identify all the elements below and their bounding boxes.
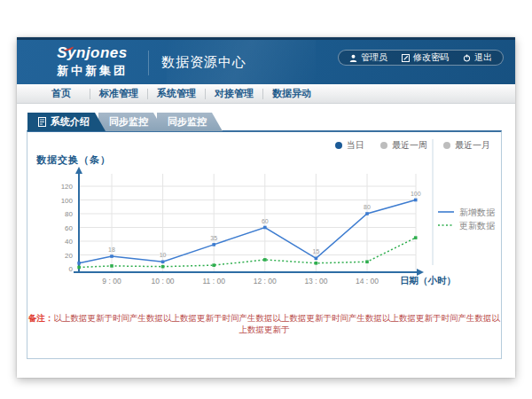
- svg-text:9 : 00: 9 : 00: [102, 277, 121, 286]
- logout-label: 退出: [474, 51, 492, 64]
- svg-text:35: 35: [210, 235, 217, 241]
- svg-text:11 : 00: 11 : 00: [203, 277, 226, 286]
- svg-text:10: 10: [160, 252, 167, 258]
- page-title: 数据资源中心: [161, 54, 246, 71]
- chart-panel: 当日 最近一周 最近一月 数据交换（条） 0204060801001209 : …: [27, 130, 502, 359]
- app-header: Synjones 新中新集团 数据资源中心 管理员 修改密码: [17, 40, 515, 84]
- main-nav: 首页 标准管理 系统管理 对接管理 数据异动: [17, 84, 515, 104]
- change-password-button[interactable]: 修改密码: [402, 51, 449, 64]
- footnote-prefix: 备注：: [28, 313, 54, 323]
- svg-text:80: 80: [364, 204, 371, 210]
- tab-sync-monitor-2[interactable]: 同步监控: [157, 113, 223, 131]
- company-logo: Synjones 新中新集团: [43, 44, 141, 79]
- app-window: Synjones 新中新集团 数据资源中心 管理员 修改密码: [17, 37, 515, 378]
- svg-text:100: 100: [411, 191, 421, 197]
- nav-item-data-change[interactable]: 数据异动: [263, 87, 320, 100]
- change-password-label: 修改密码: [413, 51, 449, 64]
- svg-text:新增数据: 新增数据: [459, 207, 496, 217]
- svg-text:60: 60: [65, 224, 73, 232]
- tab-label: 同步监控: [109, 115, 148, 129]
- svg-text:10 : 00: 10 : 00: [152, 277, 175, 286]
- tab-label: 同步监控: [168, 115, 207, 129]
- svg-text:60: 60: [262, 218, 269, 224]
- svg-text:12 : 00: 12 : 00: [254, 277, 277, 286]
- edit-icon: [402, 54, 410, 62]
- power-icon: [463, 54, 471, 62]
- tab-bar: 系统介绍 同步监控 同步监控: [27, 113, 215, 131]
- nav-item-interface-mgmt[interactable]: 对接管理: [206, 87, 262, 100]
- svg-text:更新数据: 更新数据: [459, 221, 496, 231]
- nav-item-home[interactable]: 首页: [33, 87, 90, 100]
- svg-text:14 : 00: 14 : 00: [356, 277, 379, 286]
- document-icon: [38, 117, 46, 127]
- footnote-text: 以上数据更新于时间产生数据以上数据更新于时间产生数据以上数据更新于时间产生数据以…: [54, 313, 501, 334]
- svg-text:80: 80: [65, 210, 73, 218]
- content-area: 系统介绍 同步监控 同步监控 当日 最近一周: [17, 105, 515, 378]
- nav-item-system-mgmt[interactable]: 系统管理: [148, 87, 205, 100]
- svg-text:20: 20: [65, 252, 73, 260]
- svg-text:120: 120: [61, 183, 74, 191]
- logo-text: Synjones: [43, 44, 141, 62]
- header-divider: [148, 51, 149, 75]
- tab-system-intro[interactable]: 系统介绍: [27, 113, 106, 131]
- user-toolbar: 管理员 修改密码 退出: [338, 50, 504, 66]
- svg-text:100: 100: [61, 197, 74, 205]
- svg-text:日期（小时）: 日期（小时）: [400, 275, 456, 286]
- footnote: 备注：以上数据更新于时间产生数据以上数据更新于时间产生数据以上数据更新于时间产生…: [27, 313, 501, 336]
- logout-button[interactable]: 退出: [463, 51, 492, 64]
- svg-text:0: 0: [69, 265, 74, 273]
- svg-text:18: 18: [108, 246, 115, 253]
- nav-item-standard-mgmt[interactable]: 标准管理: [90, 87, 147, 100]
- user-name-label: 管理员: [361, 51, 387, 64]
- user-icon: [349, 54, 357, 62]
- user-menu-button[interactable]: 管理员: [349, 51, 387, 64]
- svg-text:13 : 00: 13 : 00: [304, 277, 327, 286]
- svg-text:15: 15: [313, 248, 320, 254]
- tab-label: 系统介绍: [51, 115, 90, 129]
- tab-sync-monitor-1[interactable]: 同步监控: [98, 113, 164, 131]
- svg-text:40: 40: [65, 238, 73, 246]
- logo-subtext: 新中新集团: [43, 63, 141, 79]
